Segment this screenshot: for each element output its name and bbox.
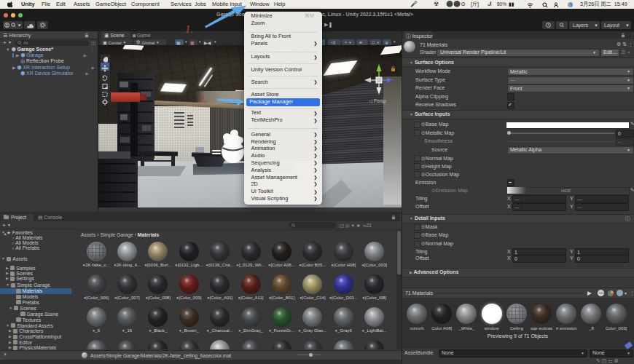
svg-text:1.: 1. (185, 23, 193, 35)
svg-text:2.: 2. (200, 93, 208, 105)
